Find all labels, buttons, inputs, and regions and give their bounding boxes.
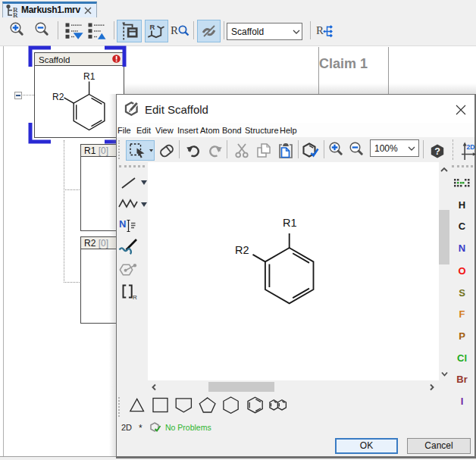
svg-text:R1: R1 [83,71,96,82]
svg-text:R: R [150,23,155,31]
svg-text:R: R [133,294,137,301]
svg-text:R2: R2 [52,92,64,102]
svg-text:?: ? [434,146,440,157]
svg-text:2D: 2D [467,143,475,151]
svg-text:R1: R1 [283,217,297,229]
svg-text:R2: R2 [235,244,249,256]
